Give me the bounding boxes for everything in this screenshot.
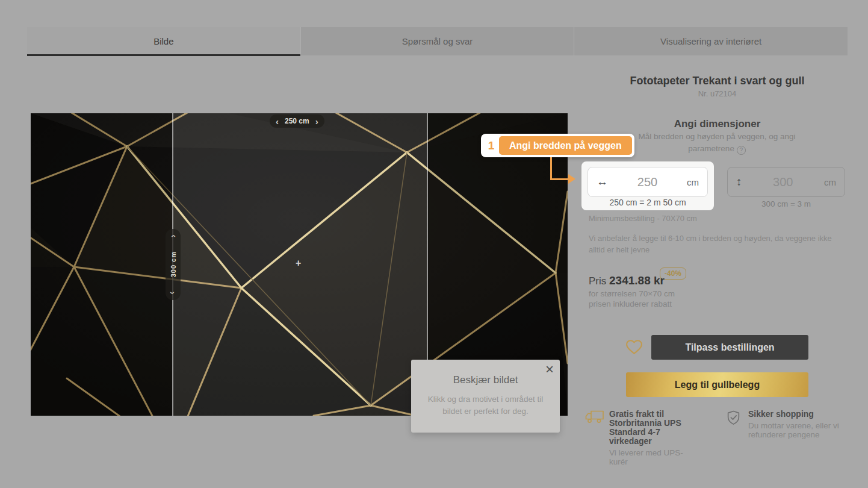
annotation-arrow-icon bbox=[568, 174, 575, 184]
customize-order-button[interactable]: Tilpass bestillingen bbox=[651, 335, 808, 360]
vertical-arrows-icon: ↕ bbox=[736, 175, 742, 189]
annotation-connector bbox=[550, 157, 552, 180]
page-title: Fototapeter Trekant i svart og gull bbox=[589, 75, 846, 87]
width-ruler-handle[interactable]: ‹ 250 cm › bbox=[270, 114, 324, 128]
help-icon[interactable]: ? bbox=[737, 146, 746, 155]
height-input-group: ↕ cm bbox=[727, 167, 845, 197]
crop-tooltip-body: Klikk og dra motivet i området til bilde… bbox=[424, 393, 548, 417]
price-line: Pris 2341.88 kr bbox=[589, 274, 665, 287]
shipping-feature-subtitle: Vi leverer med UPS-kurér bbox=[609, 448, 695, 466]
close-icon[interactable]: × bbox=[545, 361, 554, 378]
dimensions-subheading: Mål bredden og høyden på veggen, og angi… bbox=[615, 131, 819, 155]
height-conversion-text: 300 cm = 3 m bbox=[727, 199, 845, 208]
favorite-heart-icon[interactable] bbox=[625, 338, 643, 355]
tab-bilde[interactable]: Bilde bbox=[27, 27, 300, 55]
dimensions-heading: Angi dimensjoner bbox=[589, 118, 846, 130]
truck-icon bbox=[585, 410, 604, 424]
secure-shopping-subtitle: Du mottar varene, eller vi refunderer pe… bbox=[748, 421, 857, 439]
price-size-note: for størrelsen 70×70 cm bbox=[589, 289, 675, 298]
horizontal-arrows-icon: ↔ bbox=[597, 175, 608, 189]
width-ruler-label: 250 cm bbox=[285, 117, 309, 125]
height-input[interactable] bbox=[746, 175, 821, 189]
price-amount: 2341.88 kr bbox=[609, 274, 665, 287]
height-ruler-handle[interactable]: › 300 cm › bbox=[166, 229, 181, 300]
shipping-feature: Gratis frakt til Storbritannia UPS Stand… bbox=[609, 410, 695, 466]
width-decrease-chevron-icon[interactable]: ‹ bbox=[276, 117, 279, 126]
secure-shopping-feature: Sikker shopping Du mottar varene, eller … bbox=[748, 410, 857, 439]
height-decrease-chevron-icon[interactable]: › bbox=[169, 292, 177, 295]
height-increase-chevron-icon[interactable]: › bbox=[169, 235, 177, 238]
step-number: 1 bbox=[483, 136, 499, 155]
height-unit-label: cm bbox=[824, 177, 836, 187]
crop-tooltip-title: Beskjær bildet bbox=[411, 374, 560, 386]
tab-visualisering[interactable]: Visualisering av interiøret bbox=[574, 27, 848, 55]
product-tabs: Bilde Spørsmål og svar Visualisering av … bbox=[27, 27, 848, 55]
price-discount-note: prisen inkluderer rabatt bbox=[589, 299, 672, 308]
secure-shopping-title: Sikker shopping bbox=[748, 410, 857, 419]
annotation-connector bbox=[550, 178, 569, 180]
recommendation-text: Vi anbefaler å legge til 6-10 cm i bredd… bbox=[589, 233, 842, 256]
width-input-spotlight: ↔ cm 250 cm = 2 m 50 cm bbox=[581, 161, 714, 210]
price-label: Pris bbox=[589, 275, 606, 287]
width-increase-chevron-icon[interactable]: › bbox=[315, 117, 318, 126]
crop-tooltip: × Beskjær bildet Klikk og dra motivet i … bbox=[411, 360, 560, 433]
product-sku: Nr. u72104 bbox=[589, 89, 846, 98]
width-input[interactable] bbox=[612, 175, 683, 189]
minimum-order-text: Minimumsbestilling - 70X70 cm bbox=[589, 214, 697, 223]
tab-sporsmal-og-svar[interactable]: Spørsmål og svar bbox=[300, 27, 574, 55]
tutorial-step-annotation: 1 Angi bredden på veggen bbox=[481, 134, 634, 157]
width-conversion-text: 250 cm = 2 m 50 cm bbox=[581, 198, 714, 207]
height-ruler-label: 300 cm bbox=[170, 251, 177, 277]
step-label: Angi bredden på veggen bbox=[499, 136, 632, 155]
width-unit-label: cm bbox=[687, 177, 699, 187]
width-input-group: ↔ cm bbox=[587, 167, 708, 197]
crop-center-crosshair-icon: + bbox=[296, 258, 301, 269]
dimensions-subheading-text: Mål bredden og høyden på veggen, og angi… bbox=[638, 132, 795, 153]
shield-check-icon bbox=[727, 410, 740, 425]
shipping-feature-title: Gratis frakt til Storbritannia UPS Stand… bbox=[609, 410, 695, 446]
add-gold-coating-button[interactable]: Legg til gullbelegg bbox=[626, 372, 808, 397]
